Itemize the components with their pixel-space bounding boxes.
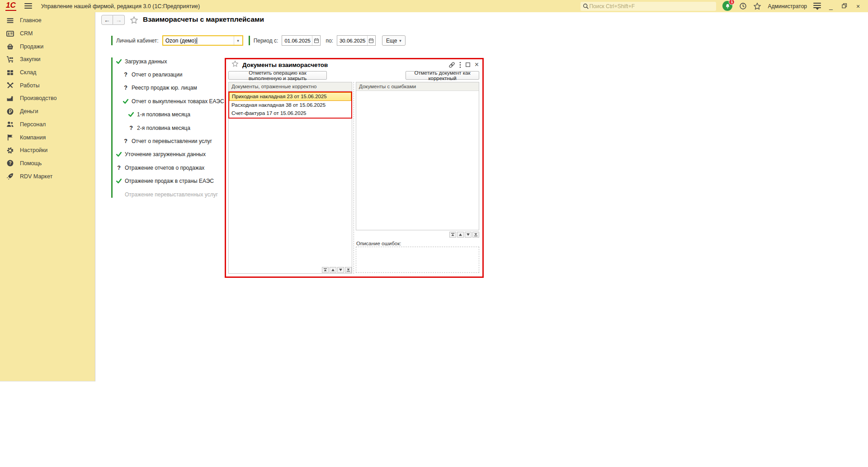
favorites-button[interactable] xyxy=(753,2,761,10)
basket-icon xyxy=(6,43,14,50)
notifications-button[interactable]: 1 xyxy=(722,1,733,11)
history-nav: ← → xyxy=(101,15,125,25)
document-row[interactable]: Расходная накладная 38 от 15.06.2025 xyxy=(229,101,351,110)
dialog-title: Документы взаиморасчетов xyxy=(242,62,328,68)
question-icon: ? xyxy=(115,165,123,171)
question-icon: ? xyxy=(122,71,129,78)
menu-lines-icon xyxy=(6,17,14,24)
app-titlebar: 1С Управление нашей фирмой, редакция 3.0… xyxy=(0,0,868,12)
sidebar-item-glavnoe[interactable]: Главное xyxy=(0,14,95,27)
tools-icon xyxy=(6,81,14,89)
warehouse-grid-icon xyxy=(6,69,14,76)
star-icon xyxy=(753,2,761,10)
panel-header: Документы с ошибками xyxy=(356,82,479,91)
search-input[interactable] xyxy=(589,3,711,10)
sidebar-item-pomosch[interactable]: ? Помощь xyxy=(0,157,95,170)
sidebar-item-rdv-market[interactable]: RDV Маркет xyxy=(0,170,95,183)
errors-textarea[interactable] xyxy=(356,247,479,273)
rocket-icon xyxy=(6,172,14,180)
period-from-input[interactable]: 01.06.2025 xyxy=(282,35,321,46)
restore-button[interactable] xyxy=(841,3,848,10)
sidebar-item-kompaniya[interactable]: Компания xyxy=(0,131,95,144)
cabinet-label: Личный кабинет: xyxy=(116,38,159,44)
calendar-icon[interactable] xyxy=(367,36,375,45)
gear-icon xyxy=(6,147,14,154)
move-top-icon[interactable] xyxy=(322,267,329,273)
check-done-icon xyxy=(115,151,123,157)
minimize-button[interactable]: _ xyxy=(827,3,835,10)
sidebar-item-sklad[interactable]: Склад xyxy=(0,66,95,79)
mark-operation-complete-button[interactable]: Отметить операцию как выполненную и закр… xyxy=(228,71,327,80)
move-down-icon[interactable] xyxy=(465,232,472,238)
move-bottom-icon[interactable] xyxy=(472,232,479,238)
search-icon xyxy=(583,3,589,10)
calendar-icon[interactable] xyxy=(312,36,320,45)
move-top-icon[interactable] xyxy=(449,232,456,238)
document-row[interactable]: Счет-фактура 17 от 15.06.2025 xyxy=(229,109,351,118)
main-menu-icon[interactable] xyxy=(24,3,32,9)
left-list-nav xyxy=(322,267,352,273)
people-icon xyxy=(6,120,14,128)
field-marker xyxy=(249,36,250,45)
app-title: Управление нашей фирмой, редакция 3.0 (1… xyxy=(41,3,200,10)
more-button[interactable]: Еще▾ xyxy=(382,35,406,46)
check-done-icon xyxy=(122,98,129,105)
question-icon: ? xyxy=(127,125,135,131)
1c-logo: 1С xyxy=(5,1,16,11)
chevron-down-icon[interactable]: ▾ xyxy=(234,36,242,45)
question-icon: ? xyxy=(122,85,129,91)
filter-row: Личный кабинет: Ozon (демо) ▾ Период с: … xyxy=(111,35,406,46)
check-done-icon xyxy=(127,111,135,118)
ruble-icon xyxy=(6,108,14,115)
panel-splitter[interactable] xyxy=(354,82,354,274)
settlement-documents-dialog: Документы взаиморасчетов × Отметить опер… xyxy=(225,58,484,278)
sidebar-item-personal[interactable]: Персонал xyxy=(0,118,95,131)
right-list-nav xyxy=(449,232,479,238)
correct-documents-panel: Документы, отраженные корректно Приходна… xyxy=(228,82,352,274)
move-up-icon[interactable] xyxy=(457,232,464,238)
link-icon[interactable] xyxy=(448,62,455,68)
current-user[interactable]: Администратор xyxy=(768,3,807,10)
sidebar-item-crm[interactable]: CRM xyxy=(0,27,95,40)
notification-badge: 1 xyxy=(729,0,735,5)
check-done-icon xyxy=(115,178,123,184)
sidebar-item-zakupki[interactable]: Закупки xyxy=(0,53,95,66)
page-title: Взаиморасчеты с маркетплейсами xyxy=(143,15,264,24)
move-down-icon[interactable] xyxy=(337,267,344,273)
favorite-star-icon[interactable] xyxy=(130,16,138,26)
flag-icon xyxy=(6,133,14,141)
period-from-label: Период с: xyxy=(254,38,278,44)
sidebar-item-dengi[interactable]: Деньги xyxy=(0,105,95,118)
close-icon[interactable]: × xyxy=(475,61,479,69)
cabinet-combobox[interactable]: Ozon (демо) ▾ xyxy=(162,35,243,46)
maximize-icon[interactable] xyxy=(465,62,471,67)
move-up-icon[interactable] xyxy=(330,267,336,273)
sidebar: Главное CRM Продажи Закупки Склад Работы… xyxy=(0,12,95,381)
favorite-star-icon[interactable] xyxy=(231,60,239,69)
factory-icon xyxy=(6,95,14,102)
move-bottom-icon[interactable] xyxy=(345,267,352,273)
back-button[interactable]: ← xyxy=(101,15,113,25)
global-search[interactable] xyxy=(580,2,716,11)
more-dots-icon[interactable] xyxy=(459,62,461,68)
forward-button[interactable]: → xyxy=(113,15,125,25)
panel-header: Документы, отраженные корректно xyxy=(229,82,352,91)
dialog-titlebar: Документы взаиморасчетов × xyxy=(226,59,482,70)
sidebar-item-raboty[interactable]: Работы xyxy=(0,79,95,92)
settings-menu-button[interactable] xyxy=(813,3,821,10)
history-button[interactable] xyxy=(739,2,747,10)
sidebar-item-nastroyki[interactable]: Настройки xyxy=(0,144,95,157)
document-row-selected[interactable]: Приходная накладная 23 от 15.06.2025 xyxy=(229,92,351,101)
sidebar-item-prodazhi[interactable]: Продажи xyxy=(0,40,95,53)
documents-list: Приходная накладная 23 от 15.06.2025 Рас… xyxy=(228,91,352,119)
contact-card-icon xyxy=(6,30,14,38)
mark-document-correct-button[interactable]: Отметить документ как корректный xyxy=(406,71,479,80)
close-button[interactable]: × xyxy=(854,3,862,10)
period-to-input[interactable]: 30.06.2025 xyxy=(337,35,376,46)
sidebar-item-proizvodstvo[interactable]: Производство xyxy=(0,92,95,105)
check-done-icon xyxy=(115,58,123,65)
help-icon: ? xyxy=(6,159,14,167)
question-icon: ? xyxy=(122,138,129,144)
errors-label: Описание ошибок: xyxy=(356,241,401,246)
svg-text:?: ? xyxy=(9,161,11,166)
